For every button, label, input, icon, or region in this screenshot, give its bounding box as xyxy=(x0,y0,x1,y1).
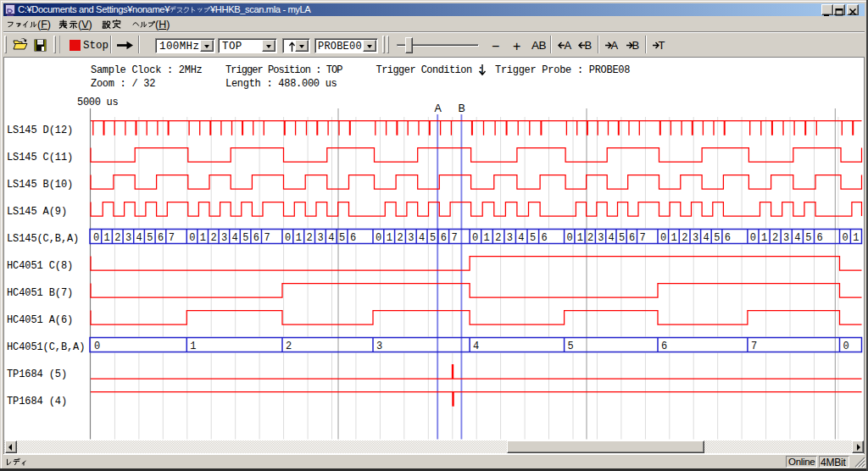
svg-text:1: 1 xyxy=(387,232,392,244)
svg-text:2: 2 xyxy=(397,232,403,244)
svg-text:6: 6 xyxy=(441,232,447,244)
svg-text:0: 0 xyxy=(93,232,99,244)
svg-text:1: 1 xyxy=(484,232,490,244)
svg-text:1: 1 xyxy=(761,232,767,244)
svg-text:2: 2 xyxy=(587,232,593,244)
svg-text:1: 1 xyxy=(296,232,302,244)
svg-text:6: 6 xyxy=(541,232,547,244)
svg-text:5: 5 xyxy=(619,232,625,244)
svg-text:0: 0 xyxy=(843,341,849,352)
svg-text:4: 4 xyxy=(328,232,334,244)
svg-text:0: 0 xyxy=(660,232,666,244)
svg-text:4: 4 xyxy=(794,232,800,244)
svg-text:3: 3 xyxy=(317,232,323,244)
svg-text:3: 3 xyxy=(376,341,382,352)
svg-text:1: 1 xyxy=(104,232,110,244)
svg-text:5: 5 xyxy=(805,232,811,244)
svg-text:2: 2 xyxy=(114,232,120,244)
svg-text:2: 2 xyxy=(210,232,216,244)
svg-text:4: 4 xyxy=(419,232,425,244)
svg-text:1: 1 xyxy=(853,232,859,244)
svg-text:0: 0 xyxy=(189,232,195,244)
svg-text:0: 0 xyxy=(566,232,572,244)
svg-text:4: 4 xyxy=(232,232,238,244)
svg-text:3: 3 xyxy=(507,232,513,244)
svg-text:6: 6 xyxy=(816,232,822,244)
svg-text:2: 2 xyxy=(682,232,687,244)
svg-text:1: 1 xyxy=(670,232,676,244)
svg-text:5: 5 xyxy=(147,232,153,244)
svg-text:5: 5 xyxy=(568,341,574,352)
svg-text:1: 1 xyxy=(200,232,206,244)
svg-text:3: 3 xyxy=(125,232,131,244)
svg-text:3: 3 xyxy=(408,232,414,244)
svg-text:5: 5 xyxy=(242,232,248,244)
svg-text:4: 4 xyxy=(136,232,142,244)
svg-text:3: 3 xyxy=(598,232,604,244)
svg-text:0: 0 xyxy=(285,232,291,244)
svg-text:7: 7 xyxy=(751,341,757,352)
svg-text:4: 4 xyxy=(518,232,524,244)
svg-text:4: 4 xyxy=(473,341,479,352)
svg-text:1: 1 xyxy=(577,232,583,244)
svg-text:4: 4 xyxy=(703,232,709,244)
svg-text:7: 7 xyxy=(169,232,175,244)
svg-text:7: 7 xyxy=(451,232,457,244)
svg-text:7: 7 xyxy=(264,232,270,244)
svg-text:5: 5 xyxy=(530,232,536,244)
svg-text:5: 5 xyxy=(714,232,720,244)
svg-text:0: 0 xyxy=(750,232,756,244)
svg-text:0: 0 xyxy=(472,232,478,244)
svg-text:1: 1 xyxy=(190,341,196,352)
svg-text:0: 0 xyxy=(842,232,848,244)
svg-text:3: 3 xyxy=(693,232,698,244)
svg-text:6: 6 xyxy=(629,232,635,244)
svg-text:3: 3 xyxy=(221,232,227,244)
svg-text:2: 2 xyxy=(772,232,778,244)
svg-text:4: 4 xyxy=(609,232,615,244)
svg-text:6: 6 xyxy=(253,232,259,244)
svg-text:5: 5 xyxy=(339,232,345,244)
svg-text:0: 0 xyxy=(94,341,100,352)
svg-text:5: 5 xyxy=(430,232,436,244)
svg-text:7: 7 xyxy=(639,232,645,244)
svg-text:0: 0 xyxy=(376,232,381,244)
svg-text:6: 6 xyxy=(661,341,667,352)
svg-text:2: 2 xyxy=(495,232,501,244)
svg-text:6: 6 xyxy=(350,232,356,244)
svg-text:6: 6 xyxy=(158,232,164,244)
svg-text:2: 2 xyxy=(307,232,313,244)
svg-text:6: 6 xyxy=(725,232,731,244)
svg-text:3: 3 xyxy=(783,232,789,244)
svg-text:2: 2 xyxy=(286,341,292,352)
